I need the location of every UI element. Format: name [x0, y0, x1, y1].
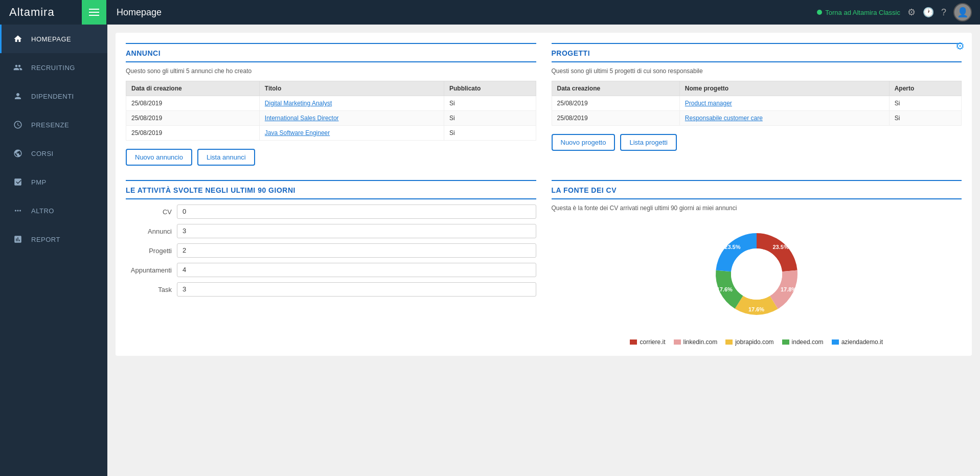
sidebar-label-dipendenti: Dipendenti — [31, 93, 74, 100]
sidebar-item-presenze[interactable]: Presenze — [0, 110, 107, 139]
legend-color-box — [725, 339, 733, 345]
lista-annunci-button[interactable]: Lista annunci — [197, 149, 255, 166]
table-row: 25/08/2019 Digital Marketing Analyst Si — [126, 96, 536, 111]
settings-gear-icon[interactable]: ⚙ — [955, 40, 965, 52]
legend-item: indeed.com — [782, 338, 824, 346]
activity-label: Task — [126, 286, 177, 293]
progetti-link[interactable]: Responsabile customer care — [685, 115, 763, 122]
cv-source-title: LA FONTE DEI CV — [552, 186, 962, 199]
activity-title: LE ATTIVITÀ SVOLTE NEGLI ULTIMI 90 GIORN… — [126, 186, 536, 199]
sidebar-item-altro[interactable]: Altro — [0, 196, 107, 225]
annunci-col-published: Pubblicato — [444, 81, 536, 96]
sidebar: Homepage Recruiting Dipendenti Presenze … — [0, 25, 107, 476]
legend-color-box — [630, 339, 637, 345]
legend-label: aziendademo.it — [841, 338, 883, 346]
progetti-open: Si — [889, 96, 961, 111]
annunci-title: ANNUNCI — [126, 49, 536, 62]
sidebar-item-recruiting[interactable]: Recruiting — [0, 53, 107, 82]
sidebar-label-altro: Altro — [31, 207, 54, 215]
activity-section: LE ATTIVITÀ SVOLTE NEGLI ULTIMI 90 GIORN… — [126, 180, 536, 346]
annunci-date: 25/08/2019 — [126, 111, 260, 126]
sidebar-item-pmp[interactable]: PMP — [0, 168, 107, 196]
donut-label: 23.5% — [724, 244, 740, 250]
progetti-date: 25/08/2019 — [552, 96, 679, 111]
legend-label: indeed.com — [792, 338, 824, 346]
content-card: ⚙ ANNUNCI Questo sono gli ultimi 5 annun… — [116, 33, 972, 356]
cv-source-subtitle: Questa è la fonte dei CV arrivati negli … — [552, 205, 962, 212]
activity-row: Progetti 2 — [126, 243, 536, 258]
progetti-link[interactable]: Product manager — [685, 100, 732, 107]
logo: Altamira — [0, 6, 82, 19]
top-two-col: ANNUNCI Questo sono gli ultimi 5 annunci… — [126, 43, 962, 166]
hamburger-icon — [89, 9, 99, 16]
activity-row: Appuntamenti 4 — [126, 263, 536, 277]
donut-label: 17.8% — [781, 286, 796, 292]
legend-color-box — [832, 339, 839, 345]
activity-label: Appuntamenti — [126, 266, 177, 274]
clock-icon[interactable]: 🕐 — [923, 7, 934, 18]
annunci-col-date: Data di creazione — [126, 81, 260, 96]
donut-chart: 23.5%17.8%17.6%17.6%23.5% — [700, 218, 813, 330]
progetti-table: Data creazione Nome progetto Aperto 25/0… — [552, 81, 962, 126]
annunci-col-title: Titolo — [259, 81, 444, 96]
avatar[interactable]: 👤 — [953, 3, 972, 21]
annunci-link[interactable]: Java Software Engineer — [265, 129, 330, 137]
progetti-col-name: Nome progetto — [679, 81, 889, 96]
legend-label: linkedin.com — [683, 338, 718, 346]
annunci-published: Si — [444, 96, 536, 111]
table-row: 25/08/2019 Java Software Engineer Si — [126, 126, 536, 141]
top-nav-right: Torna ad Altamira Classic ⚙ 🕐 ? 👤 — [817, 3, 980, 21]
legend-color-box — [782, 339, 789, 345]
help-icon[interactable]: ? — [941, 7, 946, 18]
annunci-link[interactable]: International Sales Director — [265, 115, 339, 122]
nuovo-annuncio-button[interactable]: Nuovo annuncio — [126, 149, 192, 166]
main-layout: Homepage Recruiting Dipendenti Presenze … — [0, 25, 980, 476]
gear-icon[interactable]: ⚙ — [907, 7, 916, 18]
top-nav: Altamira Homepage Torna ad Altamira Clas… — [0, 0, 980, 25]
activity-label: CV — [126, 208, 177, 216]
pmp-icon — [12, 176, 24, 188]
recruiting-icon — [12, 61, 24, 74]
progetti-col-date: Data creazione — [552, 81, 679, 96]
sidebar-label-recruiting: Recruiting — [31, 64, 75, 72]
annunci-section: ANNUNCI Questo sono gli ultimi 5 annunci… — [126, 43, 536, 166]
sidebar-label-pmp: PMP — [31, 178, 47, 186]
legend-item: aziendademo.it — [832, 338, 883, 346]
bottom-two-col: LE ATTIVITÀ SVOLTE NEGLI ULTIMI 90 GIORN… — [126, 180, 962, 346]
sidebar-item-report[interactable]: Report — [0, 225, 107, 254]
sidebar-item-corsi[interactable]: Corsi — [0, 139, 107, 168]
annunci-published: Si — [444, 126, 536, 141]
activity-label: Annunci — [126, 228, 177, 235]
annunci-title-cell: Java Software Engineer — [259, 126, 444, 141]
activity-value: 2 — [177, 243, 536, 258]
annunci-published: Si — [444, 111, 536, 126]
legend-item: linkedin.com — [674, 338, 718, 346]
legend-item: jobrapido.com — [725, 338, 773, 346]
annunci-date: 25/08/2019 — [126, 96, 260, 111]
classic-link[interactable]: Torna ad Altamira Classic — [817, 9, 900, 16]
annunci-subtitle: Questo sono gli ultimi 5 annunci che ho … — [126, 67, 536, 75]
sidebar-item-homepage[interactable]: Homepage — [0, 25, 107, 53]
legend-label: corriere.it — [640, 338, 665, 346]
table-row: 25/08/2019 International Sales Director … — [126, 111, 536, 126]
activity-value: 3 — [177, 224, 536, 238]
nuovo-progetto-button[interactable]: Nuovo progetto — [552, 134, 616, 151]
legend-label: jobrapido.com — [735, 338, 773, 346]
activity-value: 3 — [177, 282, 536, 297]
activity-value: 0 — [177, 205, 536, 219]
annunci-link[interactable]: Digital Marketing Analyst — [265, 100, 332, 107]
progetti-title: PROGETTI — [552, 49, 962, 62]
lista-progetti-button[interactable]: Lista progetti — [620, 134, 676, 151]
home-icon — [12, 33, 24, 45]
sidebar-label-corsi: Corsi — [31, 150, 54, 157]
donut-center — [731, 248, 782, 300]
corsi-icon — [12, 147, 24, 160]
logo-text: Altamira — [9, 6, 55, 19]
classic-label: Torna ad Altamira Classic — [825, 9, 900, 16]
donut-label: 17.6% — [748, 306, 764, 312]
hamburger-button[interactable] — [82, 0, 106, 25]
donut-chart-container: 23.5%17.8%17.6%17.6%23.5% corriere.it li… — [552, 218, 962, 346]
progetti-subtitle: Questi sono gli ultimi 5 progetti di cui… — [552, 67, 962, 75]
activity-row: Task 3 — [126, 282, 536, 297]
sidebar-item-dipendenti[interactable]: Dipendenti — [0, 82, 107, 110]
